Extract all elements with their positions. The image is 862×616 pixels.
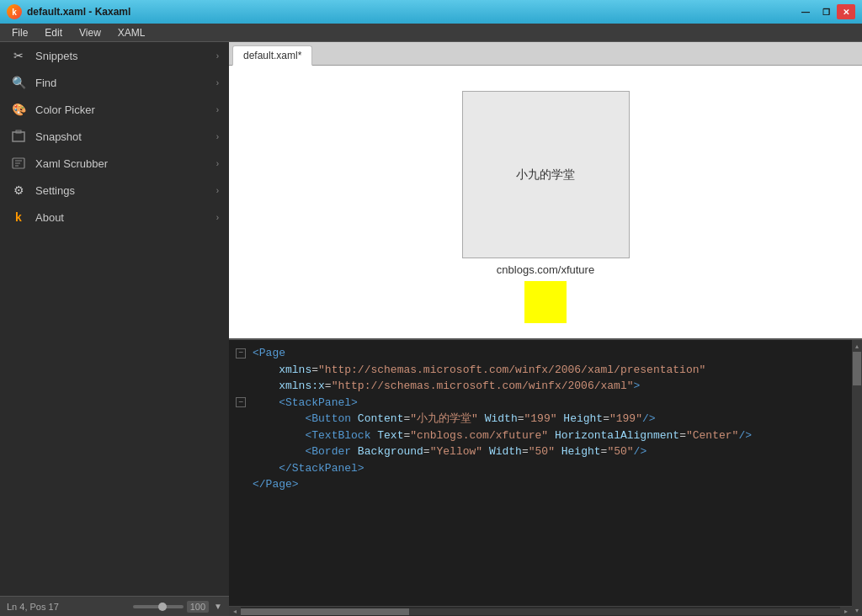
title-bar-text: default.xaml - Kaxaml [27,6,130,18]
chevron-icon-color-picker: › [216,105,219,114]
sidebar-label-find: Find [35,77,56,89]
title-bar-left: k default.xaml - Kaxaml [7,4,130,19]
sidebar-item-about[interactable]: k About › [0,204,229,231]
tab-default-xaml[interactable]: default.xaml* [232,45,312,66]
menu-file[interactable]: File [3,25,36,40]
preview-button[interactable]: 小九的学堂 [462,91,630,258]
preview-button-text: 小九的学堂 [516,167,575,183]
zoom-dropdown-icon[interactable]: ▼ [214,602,222,611]
editor-main: −<Page xmlns="http://schemas.microsoft.c… [229,340,852,616]
preview-content: 小九的学堂 cnblogs.com/xfuture [462,91,630,323]
close-button[interactable]: ✕ [837,4,855,19]
chevron-icon-xaml-scrubber: › [216,159,219,168]
code-line: −<Page [236,345,845,362]
sidebar-label-xaml-scrubber: Xaml Scrubber [35,157,108,170]
xaml-scrubber-icon [10,155,27,172]
code-line: − <StackPanel> [236,395,845,412]
vscroll-up-arrow[interactable]: ▴ [852,340,862,352]
code-gutter [236,476,253,493]
sidebar-items-list: ✂ Snippets › 🔍 Find › 🎨 Color Picker › [0,42,229,596]
sidebar-label-settings: Settings [35,184,75,197]
menu-edit[interactable]: Edit [36,25,71,40]
code-gutter [236,378,253,395]
preview-yellow-box [524,281,567,323]
settings-icon: ⚙ [10,182,27,199]
sidebar-label-color-picker: Color Picker [35,104,95,116]
code-line: <Border Background="Yellow" Width="50" H… [236,443,845,460]
collapse-button[interactable]: − [236,397,246,407]
editor-hscroll: ◂ ▸ [229,606,852,616]
sidebar-item-find[interactable]: 🔍 Find › [0,69,229,96]
code-content: <TextBlock Text="cnblogs.com/xfuture" Ho… [253,427,845,444]
code-line: <Button Content="小九的学堂" Width="199" Heig… [236,411,845,427]
code-gutter [236,411,253,427]
status-bar: Ln 4, Pos 17 100 ▼ [0,596,229,616]
chevron-icon-snippets: › [216,51,219,61]
sidebar-item-settings[interactable]: ⚙ Settings › [0,177,229,204]
snapshot-icon [10,128,27,145]
content-area: default.xaml* 小九的学堂 cnblogs.com/xfuture … [229,42,862,616]
code-content: <StackPanel> [253,395,845,412]
code-content: xmlns="http://schemas.microsoft.com/winf… [253,362,845,379]
code-line: <TextBlock Text="cnblogs.com/xfuture" Ho… [236,427,845,444]
hscroll-thumb [241,608,409,615]
app-logo: k [7,4,22,19]
tab-label: default.xaml* [243,50,301,61]
code-line: </StackPanel> [236,460,845,477]
sidebar-label-snapshot: Snapshot [35,130,82,143]
title-bar-controls: — ❐ ✕ [796,4,855,19]
title-bar: k default.xaml - Kaxaml — ❐ ✕ [0,0,862,24]
chevron-icon-about: › [216,213,219,222]
code-gutter [236,427,253,444]
snippets-icon: ✂ [10,47,27,64]
menu-bar: File Edit View XAML [0,24,862,42]
zoom-slider-thumb [158,603,167,611]
menu-xaml[interactable]: XAML [109,25,154,40]
vscroll-down-arrow[interactable]: ▾ [852,604,862,616]
color-picker-icon: 🎨 [10,101,27,118]
vscroll-thumb [853,352,861,385]
chevron-icon-settings: › [216,186,219,195]
app-body: ✂ Snippets › 🔍 Find › 🎨 Color Picker › [0,42,862,616]
editor-inner: −<Page xmlns="http://schemas.microsoft.c… [229,340,862,616]
svg-rect-0 [13,132,24,141]
code-gutter[interactable]: − [236,345,253,362]
sidebar-label-snippets: Snippets [35,50,78,62]
hscroll-track[interactable] [241,608,840,615]
editor-vscroll: ▴ ▾ [852,340,862,616]
code-content: </Page> [253,476,845,493]
preview-link-text: cnblogs.com/xfuture [497,263,594,276]
code-gutter[interactable]: − [236,395,253,412]
menu-view[interactable]: View [71,25,109,40]
hscroll-left-arrow[interactable]: ◂ [229,607,241,617]
status-zoom: 100 ▼ [133,601,222,613]
sidebar-label-about: About [35,211,64,224]
tab-bar: default.xaml* [229,42,862,66]
collapse-button[interactable]: − [236,348,246,358]
code-content: xmlns:x="http://schemas.microsoft.com/wi… [253,378,845,395]
code-content: <Border Background="Yellow" Width="50" H… [253,443,845,460]
vscroll-track[interactable] [852,352,862,604]
sidebar-item-snippets[interactable]: ✂ Snippets › [0,42,229,69]
zoom-value: 100 [187,601,209,613]
hscroll-right-arrow[interactable]: ▸ [840,607,852,617]
chevron-icon-find: › [216,78,219,88]
restore-button[interactable]: ❐ [817,4,835,19]
code-line: </Page> [236,476,845,493]
code-gutter [236,443,253,460]
chevron-icon-snapshot: › [216,132,219,141]
status-position: Ln 4, Pos 17 [7,602,59,612]
sidebar-item-snapshot[interactable]: Snapshot › [0,123,229,150]
code-content: <Page [253,345,845,362]
sidebar-item-xaml-scrubber[interactable]: Xaml Scrubber › [0,150,229,177]
find-icon: 🔍 [10,74,27,91]
minimize-button[interactable]: — [796,4,815,19]
code-editor[interactable]: −<Page xmlns="http://schemas.microsoft.c… [229,340,852,606]
code-content: </StackPanel> [253,460,845,477]
zoom-slider[interactable] [133,605,184,608]
sidebar: ✂ Snippets › 🔍 Find › 🎨 Color Picker › [0,42,229,616]
code-gutter [236,362,253,379]
code-line: xmlns="http://schemas.microsoft.com/winf… [236,362,845,379]
sidebar-item-color-picker[interactable]: 🎨 Color Picker › [0,96,229,123]
about-icon: k [10,209,27,226]
